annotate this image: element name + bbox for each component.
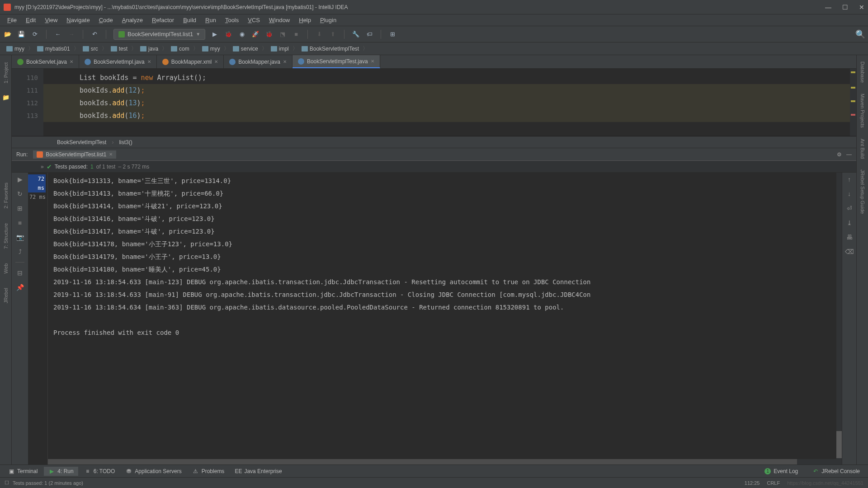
up-icon[interactable]: ↑	[845, 175, 854, 183]
code-lines[interactable]: List bookIds = new ArrayList();bookIds.a…	[43, 69, 856, 136]
structure-icon[interactable]: ⊞	[388, 30, 396, 38]
run-tab[interactable]: BookServletImplTest.list1 ✕	[33, 150, 116, 159]
rerun-failed-icon[interactable]: ↻	[16, 190, 24, 198]
coverage-icon[interactable]: ◉	[238, 30, 246, 38]
profile-icon[interactable]: ⬔	[278, 30, 287, 38]
scroll-to-end-icon[interactable]: ⤓	[845, 219, 854, 227]
console-output[interactable]: Book{bid=131313, bname='三生三世', price=131…	[48, 173, 836, 465]
close-icon[interactable]: ✕	[109, 152, 113, 157]
minimize-button[interactable]: —	[825, 4, 831, 11]
tool-todo[interactable]: ≡6: TODO	[80, 467, 120, 476]
menu-view[interactable]: View	[41, 16, 61, 24]
settings-icon[interactable]: 🔧	[352, 30, 360, 38]
gear-icon[interactable]: ⚙	[837, 151, 842, 158]
soft-wrap-icon[interactable]: ⏎	[845, 204, 854, 212]
attach-icon[interactable]: ⬇	[315, 30, 323, 38]
jrebel-debug-icon[interactable]: 🐞	[265, 30, 273, 38]
menu-help[interactable]: Help	[295, 16, 315, 24]
code-breadcrumb[interactable]: BookServletImplTest › list3()	[12, 136, 856, 148]
refresh-icon[interactable]: ⟳	[31, 30, 39, 38]
menu-tools[interactable]: Tools	[222, 16, 242, 24]
menu-code[interactable]: Code	[95, 16, 117, 24]
jrebel-run-icon[interactable]: 🚀	[251, 30, 259, 38]
menu-build[interactable]: Build	[179, 16, 200, 24]
error-stripe[interactable]	[850, 69, 856, 136]
class-crumb[interactable]: BookServletImplTest	[57, 139, 106, 145]
forward-icon[interactable]: →	[67, 30, 75, 38]
sidebar-jrebel[interactable]: JRebel	[3, 284, 9, 307]
down-icon[interactable]: ↓	[845, 190, 854, 198]
tab-BookServletImplTest.java[interactable]: BookServletImplTest.java✕	[292, 55, 380, 68]
sidebar-database[interactable]: Database	[860, 59, 865, 85]
crumb-mybatis01[interactable]: mybatis01	[34, 45, 73, 53]
rerun-icon[interactable]: ▶	[16, 175, 24, 183]
tab-BookMapper.java[interactable]: BookMapper.java✕	[224, 55, 292, 68]
menu-edit[interactable]: Edit	[22, 16, 39, 24]
layout-icon[interactable]: ⊟	[16, 269, 24, 277]
open-icon[interactable]: 📂	[4, 30, 12, 38]
sidebar-ant[interactable]: Ant Build	[860, 136, 865, 161]
close-icon[interactable]: ✕	[147, 59, 151, 64]
crumb-myy[interactable]: myy	[199, 45, 223, 53]
back-icon[interactable]: ←	[54, 30, 62, 38]
update-icon[interactable]: ⬆	[329, 30, 337, 38]
menu-file[interactable]: File	[4, 16, 20, 24]
chevrons-icon[interactable]: »	[41, 164, 44, 170]
crumb-com[interactable]: com	[168, 45, 192, 53]
tool-problems[interactable]: ⚠Problems	[188, 467, 229, 476]
close-icon[interactable]: ✕	[371, 59, 374, 64]
close-icon[interactable]: ✕	[70, 59, 73, 64]
line-separator[interactable]: CRLF	[767, 480, 780, 486]
jrebel-icon[interactable]: ↶	[90, 30, 99, 38]
box-icon[interactable]: ☐	[5, 480, 9, 486]
menu-run[interactable]: Run	[202, 16, 220, 24]
save-icon[interactable]: 💾	[17, 30, 25, 38]
crumb-service[interactable]: service	[230, 45, 261, 53]
tab-BookServlet.java[interactable]: BookServlet.java✕	[12, 55, 79, 68]
close-icon[interactable]: ✕	[214, 59, 218, 64]
sidebar-jrebel-guide[interactable]: JRebel Setup Guide	[860, 167, 865, 216]
clear-icon[interactable]: ⌫	[845, 248, 854, 256]
stop-icon[interactable]: ■	[16, 219, 24, 227]
caret-position[interactable]: 112:25	[745, 480, 760, 486]
crumb-impl[interactable]: impl	[268, 45, 292, 53]
tool-appservers[interactable]: ⛃Application Servers	[121, 467, 186, 476]
tool-jrebel-console[interactable]: ↶JRebel Console	[808, 467, 864, 476]
sidebar-favorites[interactable]: 2: Favorites	[3, 179, 9, 212]
scrollbar-thumb[interactable]	[48, 459, 797, 465]
stop-icon[interactable]: ■	[292, 30, 300, 38]
menu-window[interactable]: Window	[265, 16, 293, 24]
horizontal-scrollbar[interactable]	[48, 459, 836, 465]
scrollbar-thumb[interactable]	[836, 431, 842, 458]
sidebar-project[interactable]: 1: Project	[3, 59, 9, 87]
dump-icon[interactable]: 📷	[16, 233, 24, 241]
debug-icon[interactable]: 🐞	[224, 30, 232, 38]
menu-vcs[interactable]: VCS	[244, 16, 264, 24]
crumb-test[interactable]: test	[108, 45, 130, 53]
code-editor[interactable]: 110111112113 List bookIds = new ArrayLis…	[12, 69, 856, 136]
tool-eventlog[interactable]: 1Event Log	[760, 467, 802, 476]
run-icon[interactable]: ▶	[211, 30, 219, 38]
tool-run[interactable]: ▶4: Run	[44, 467, 78, 476]
close-icon[interactable]: ✕	[283, 59, 287, 64]
crumb-myy[interactable]: myy	[4, 45, 27, 53]
sidebar-structure[interactable]: 7: Structure	[3, 220, 9, 253]
pin-icon[interactable]: 📌	[16, 283, 24, 291]
tasks-icon[interactable]: 🏷	[365, 30, 373, 38]
toggle-icon[interactable]: ⊞	[16, 204, 24, 212]
maximize-button[interactable]: ☐	[842, 4, 848, 11]
close-button[interactable]: ✕	[859, 4, 864, 11]
menu-navigate[interactable]: Navigate	[63, 16, 93, 24]
tab-BookServletImpl.java[interactable]: BookServletImpl.java✕	[79, 55, 157, 68]
crumb-BookServletImplTest[interactable]: BookServletImplTest	[299, 45, 362, 53]
sidebar-maven[interactable]: Maven Projects	[860, 91, 865, 131]
search-icon[interactable]: 🔍	[856, 30, 864, 38]
method-crumb[interactable]: list3()	[119, 139, 132, 145]
menu-refactor[interactable]: Refactor	[148, 16, 178, 24]
tab-BookMapper.xml[interactable]: BookMapper.xml✕	[157, 55, 224, 68]
crumb-java[interactable]: java	[137, 45, 161, 53]
minimize-icon[interactable]: —	[846, 151, 852, 158]
exit-icon[interactable]: ⤴	[16, 248, 24, 256]
sidebar-web[interactable]: Web	[3, 260, 9, 277]
menu-analyze[interactable]: Analyze	[118, 16, 146, 24]
